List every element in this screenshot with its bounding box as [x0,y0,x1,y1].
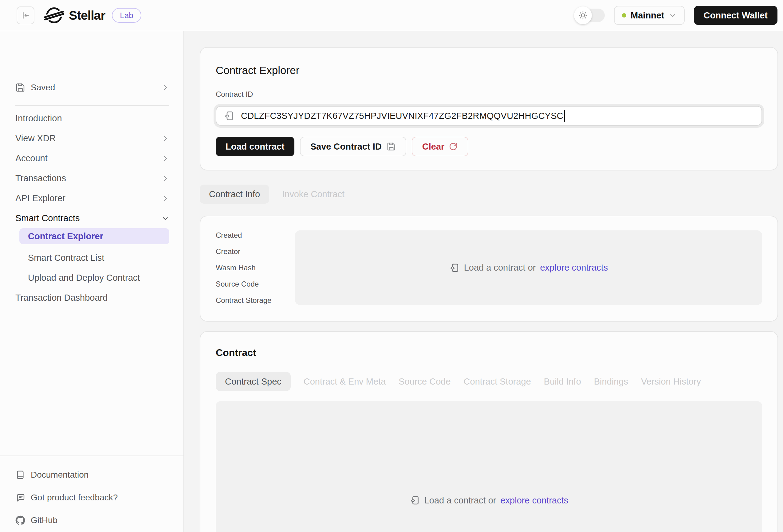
contract-icon [449,263,460,273]
sidebar-item-smart-contract-list[interactable]: Smart Contract List [15,248,169,268]
text-caret [564,110,565,122]
clear-button[interactable]: Clear [412,137,469,156]
main-content: Contract Explorer Contract ID CDLZFC3SYJ… [184,31,783,532]
tab-invoke-contract[interactable]: Invoke Contract [282,189,344,199]
sidebar-item-transaction-dashboard[interactable]: Transaction Dashboard [15,288,169,308]
field-label-wasm-hash: Wasm Hash [216,264,295,280]
sidebar-item-label: Saved [31,82,55,93]
feedback-bubble-icon [15,493,25,502]
theme-toggle-knob [574,6,592,24]
save-icon [386,142,396,151]
app-header: Stellar Lab Mainnet Connect Wall [0,0,783,31]
lab-badge: Lab [112,8,141,23]
tab-contract-info[interactable]: Contract Info [200,185,269,204]
chevron-right-icon [161,84,169,92]
contract-card: Contract Contract Spec Contract & Env Me… [200,331,778,532]
network-selector[interactable]: Mainnet [614,6,685,25]
stellar-logo-icon[interactable] [44,5,64,25]
connect-wallet-button[interactable]: Connect Wallet [694,6,778,25]
sidebar-item-view-xdr[interactable]: View XDR [15,128,169,148]
tab-bindings[interactable]: Bindings [594,376,628,387]
sidebar: Saved Introduction View XDR Account Tran… [0,31,184,532]
theme-toggle[interactable] [575,9,605,22]
field-label-contract-storage: Contract Storage [216,296,295,312]
refresh-icon [449,142,458,151]
header-actions: Mainnet Connect Wallet [575,6,778,25]
sidebar-item-label: GitHub [31,516,58,525]
sidebar-item-label: Contract Explorer [28,231,103,241]
sidebar-item-smart-contracts[interactable]: Smart Contracts [15,208,169,228]
contract-detail-tabs: Contract Spec Contract & Env Meta Source… [216,372,762,391]
save-contract-id-label: Save Contract ID [310,142,382,152]
sidebar-item-label: Smart Contracts [15,213,80,223]
sidebar-item-label: Upload and Deploy Contract [28,273,140,283]
explore-contracts-link[interactable]: explore contracts [540,263,608,273]
sidebar-footer: Documentation Got product feedback? G [0,456,184,532]
github-icon [15,516,25,525]
brand-wordmark[interactable]: Stellar [69,8,105,23]
sidebar-divider [15,105,169,106]
field-label-created: Created [216,231,295,247]
explorer-actions: Load contract Save Contract ID Clear [216,137,762,156]
sidebar-item-label: Documentation [31,470,89,480]
contract-info-fields: Created Creator Wasm Hash Source Code Co… [216,231,295,306]
tab-contract-spec[interactable]: Contract Spec [216,372,291,391]
network-status-dot [622,13,626,18]
tab-build-info[interactable]: Build Info [544,376,581,387]
collapse-sidebar-button[interactable] [17,6,34,24]
sidebar-item-transactions[interactable]: Transactions [15,168,169,188]
sidebar-item-api-explorer[interactable]: API Explorer [15,188,169,208]
explore-contracts-link[interactable]: explore contracts [500,495,568,506]
sidebar-item-label: API Explorer [15,193,65,203]
contract-icon [224,110,235,121]
network-label: Mainnet [631,10,664,21]
sidebar-item-documentation[interactable]: Documentation [15,464,168,486]
contract-info-placeholder: Load a contract or explore contracts [295,230,762,305]
sidebar-item-github[interactable]: GitHub [15,509,168,532]
sidebar-item-saved[interactable]: Saved [15,78,169,97]
sidebar-item-upload-deploy-contract[interactable]: Upload and Deploy Contract [15,268,169,288]
save-icon [15,82,25,93]
chevron-right-icon [161,194,169,202]
placeholder-text: Load a contract or [425,495,496,506]
save-contract-id-button[interactable]: Save Contract ID [300,137,406,156]
sidebar-item-contract-explorer-active[interactable]: Contract Explorer [19,228,169,244]
sidebar-item-account[interactable]: Account [15,148,169,168]
tab-contract-env-meta[interactable]: Contract & Env Meta [304,376,386,387]
sidebar-item-label: Introduction [15,113,62,124]
contract-id-value[interactable]: CDLZFC3SYJYDZT7K67VZ75HPJVIEUVNIXF47ZG2F… [241,111,563,121]
contract-icon [410,495,420,506]
chevron-right-icon [161,135,169,142]
contract-spec-placeholder: Load a contract or explore contracts [216,401,762,532]
chevron-right-icon [161,174,169,182]
tab-version-history[interactable]: Version History [641,376,701,387]
sun-icon [578,10,588,20]
contract-id-label: Contract ID [216,90,762,99]
sidebar-item-introduction[interactable]: Introduction [15,108,169,128]
book-icon [15,470,25,480]
field-label-source-code: Source Code [216,280,295,296]
placeholder-text: Load a contract or [464,263,536,273]
sidebar-item-label: Got product feedback? [31,493,118,502]
contract-id-input[interactable]: CDLZFC3SYJYDZT7K67VZ75HPJVIEUVNIXF47ZG2F… [216,106,762,126]
chevron-down-icon [669,11,677,19]
sidebar-item-label: View XDR [15,133,56,143]
tab-source-code[interactable]: Source Code [399,376,450,387]
sidebar-item-feedback[interactable]: Got product feedback? [15,486,168,509]
chevron-down-icon [161,214,169,222]
collapse-sidebar-icon [21,11,30,20]
contract-tabs: Contract Info Invoke Contract [200,185,779,204]
tab-contract-storage[interactable]: Contract Storage [464,376,531,387]
contract-card-title: Contract [216,347,762,359]
field-label-creator: Creator [216,247,295,264]
contract-info-card: Created Creator Wasm Hash Source Code Co… [200,215,778,322]
page-title: Contract Explorer [216,64,762,76]
sidebar-item-label: Smart Contract List [28,253,104,263]
load-contract-button[interactable]: Load contract [216,137,294,156]
sidebar-item-label: Account [15,153,48,163]
chevron-right-icon [161,155,169,163]
clear-label: Clear [422,142,445,152]
sidebar-item-label: Transaction Dashboard [15,293,107,303]
contract-explorer-card: Contract Explorer Contract ID CDLZFC3SYJ… [200,47,778,170]
sidebar-item-label: Transactions [15,173,66,184]
